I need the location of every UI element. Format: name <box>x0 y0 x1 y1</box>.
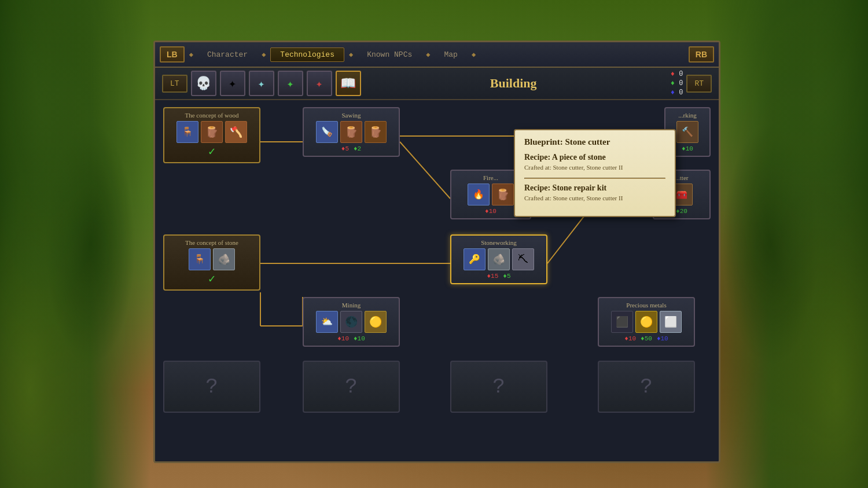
unknown-node-3[interactable]: ? <box>450 361 547 413</box>
wood-blueprint-icon: 🪑 <box>176 121 198 143</box>
tooltip-title: Blueprint: Stone cutter <box>524 137 665 147</box>
cat-icon-book-red[interactable]: ✦ <box>307 71 332 96</box>
mining-cost-green: ♦10 <box>354 335 365 342</box>
stoneworking-cost-green: ♦5 <box>503 273 510 280</box>
mining-title: Mining <box>308 302 394 309</box>
unknown-2-question: ? <box>345 375 358 399</box>
fire-wood-icon: 🪵 <box>492 184 514 206</box>
mining-rock-icon: 🌑 <box>340 311 362 333</box>
stoneworking-icons: 🔑 🪨 ⛏ <box>456 248 542 270</box>
sawing-log-icon: 🪵 <box>340 121 362 143</box>
precious-cost-red: ♦10 <box>624 335 636 342</box>
sawing-title: Sawing <box>308 112 394 119</box>
tab-technologies[interactable]: Technologies <box>270 47 344 62</box>
cat-icon-skull[interactable]: 💀 <box>191 71 216 96</box>
precious-cost-blue: ♦10 <box>657 335 668 342</box>
unknown-4-question: ? <box>640 375 653 399</box>
concept-wood-icons: 🪑 🪵 🪓 <box>169 121 255 143</box>
tech-node-concept-stone[interactable]: The concept of stone 🪑 🪨 ✓ <box>163 234 260 291</box>
svg-line-1 <box>400 142 450 199</box>
concept-stone-checkmark: ✓ <box>169 271 255 286</box>
unknown-3-question: ? <box>492 375 505 399</box>
cat-icon-feather[interactable]: ✦ <box>249 71 274 96</box>
tech-content: The concept of wood 🪑 🪵 🪓 ✓ Sawing 🪚 🪵 🪵… <box>155 100 719 461</box>
tab-map[interactable]: Map <box>435 48 466 61</box>
concept-wood-checkmark: ✓ <box>169 144 255 159</box>
tech-node-sawing[interactable]: Sawing 🪚 🪵 🪵 ♦5 ♦2 <box>303 107 400 157</box>
sawing-icons: 🪚 🪵 🪵 <box>308 121 394 143</box>
stone-rock-icon: 🪨 <box>213 248 235 270</box>
tab-known-npcs[interactable]: Known NPCs <box>358 48 421 61</box>
sawing-cost-green: ♦2 <box>354 145 361 152</box>
resource-red: ♦ 0 <box>671 70 683 78</box>
precious-dark-icon: ⬛ <box>611 311 633 333</box>
stoneworking-cost-red: ♦15 <box>487 273 498 280</box>
stoneworking-title: Stoneworking <box>456 239 542 246</box>
resource-blue: ♦ 0 <box>671 89 683 97</box>
cat-icon-book-active[interactable]: 📖 <box>336 71 361 96</box>
mining-costs: ♦10 ♦10 <box>308 335 394 342</box>
fire-blueprint-icon: 🔥 <box>468 184 490 206</box>
category-row: LT 💀 ✦ ✦ ✦ ✦ 📖 Building ♦ 0 ♦ 0 ♦ 0 RT <box>155 68 719 100</box>
mining-icons: ⛅ 🌑 🟡 <box>308 311 394 333</box>
tooltip-recipe-2-text: Crafted at: Stone cutter, Stone cutter I… <box>524 194 665 203</box>
working-partial-title: ...rking <box>670 112 705 119</box>
rt-button[interactable]: RT <box>686 75 712 93</box>
tech-node-mining[interactable]: Mining ⛅ 🌑 🟡 ♦10 ♦10 <box>303 297 400 347</box>
tree-decoration-left <box>0 0 150 488</box>
mining-ore-icon: 🟡 <box>365 311 387 333</box>
main-panel: LB ◆ Character ◆ Technologies ◆ Known NP… <box>153 41 720 463</box>
precious-cost-green: ♦50 <box>641 335 652 342</box>
tab-character[interactable]: Character <box>198 48 257 61</box>
unknown-1-question: ? <box>205 375 218 399</box>
stonework-key-icon: 🔑 <box>464 248 486 270</box>
fire-cost-red: ♦10 <box>485 208 496 215</box>
concept-stone-title: The concept of stone <box>169 239 255 246</box>
nav-diamond-1: ◆ <box>187 50 196 59</box>
precious-costs: ♦10 ♦50 ♦10 <box>604 335 689 342</box>
concept-stone-icons: 🪑 🪨 <box>169 248 255 270</box>
tooltip-recipe-2-title: Recipe: Stone repair kit <box>524 184 665 193</box>
unknown-node-4[interactable]: ? <box>598 361 695 413</box>
lt-button[interactable]: LT <box>162 75 187 93</box>
precious-silver-icon: ⬜ <box>660 311 682 333</box>
sawing-blueprint-icon: 🪚 <box>316 121 338 143</box>
tooltip-recipe-1-title: Recipe: A piece of stone <box>524 153 665 162</box>
resource-display: ♦ 0 ♦ 0 ♦ 0 <box>671 70 683 97</box>
tech-node-concept-wood[interactable]: The concept of wood 🪑 🪵 🪓 ✓ <box>163 107 260 163</box>
unknown-node-1[interactable]: ? <box>163 361 260 413</box>
mining-blueprint-icon: ⛅ <box>316 311 338 333</box>
tech-node-stoneworking[interactable]: Stoneworking 🔑 🪨 ⛏ ♦15 ♦5 <box>450 234 547 284</box>
sawing-stump-icon: 🪵 <box>365 121 387 143</box>
precious-gold-icon: 🟡 <box>635 311 657 333</box>
nav-diamond-4: ◆ <box>424 50 432 59</box>
stonework-pick-icon: ⛏ <box>512 248 534 270</box>
nav-bar: LB ◆ Character ◆ Technologies ◆ Known NP… <box>155 42 719 68</box>
sawing-costs: ♦5 ♦2 <box>308 145 394 152</box>
concept-wood-title: The concept of wood <box>169 112 255 119</box>
cat-icon-sun[interactable]: ✦ <box>220 71 245 96</box>
sawing-cost-red: ♦5 <box>341 145 349 152</box>
nav-diamond-2: ◆ <box>259 50 268 59</box>
working-icon: 🔨 <box>676 121 698 143</box>
tooltip-recipe-1-text: Crafted at: Stone cutter, Stone cutter I… <box>524 163 665 172</box>
working-cost: ♦10 <box>682 145 693 152</box>
nav-diamond-5: ◆ <box>469 50 478 59</box>
wood-plank-icon: 🪓 <box>225 121 247 143</box>
cat-icon-leaf[interactable]: ✦ <box>278 71 303 96</box>
resource-green: ♦ 0 <box>671 79 683 87</box>
lb-button[interactable]: LB <box>160 46 185 63</box>
stone-blueprint-icon: 🪑 <box>189 248 211 270</box>
nav-diamond-3: ◆ <box>347 50 355 59</box>
rb-button[interactable]: RB <box>689 46 714 63</box>
unknown-node-2[interactable]: ? <box>303 361 400 413</box>
stonework-stone-icon: 🪨 <box>488 248 510 270</box>
tech-node-precious-metals[interactable]: Precious metals ⬛ 🟡 ⬜ ♦10 ♦50 ♦10 <box>598 297 695 347</box>
stoneworking-costs: ♦15 ♦5 <box>456 273 542 280</box>
wood-log-icon: 🪵 <box>201 121 223 143</box>
building-label: Building <box>365 76 663 91</box>
stone-cutter-cost: ♦20 <box>676 208 687 215</box>
tooltip-stone-cutter: Blueprint: Stone cutter Recipe: A piece … <box>514 129 676 217</box>
mining-cost-red: ♦10 <box>337 335 349 342</box>
tree-decoration-right <box>706 0 868 488</box>
